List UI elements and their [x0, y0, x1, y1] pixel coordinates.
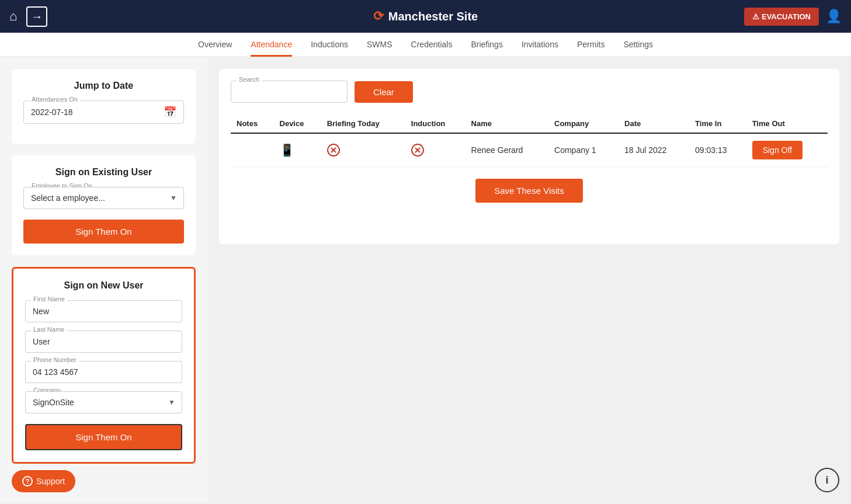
sign-them-on-new-button[interactable]: Sign Them On [25, 424, 182, 450]
nav-attendance[interactable]: Attendance [251, 40, 292, 57]
cell-name: Renee Gerard [466, 133, 548, 167]
support-button[interactable]: ? Support [12, 470, 75, 492]
site-name: Manchester Site [388, 10, 478, 23]
mobile-device-icon: 📱 [280, 144, 294, 157]
first-name-field: First Name New [25, 300, 182, 322]
home-icon[interactable]: ⌂ [9, 9, 17, 24]
col-briefing-today: Briefing Today [321, 114, 405, 133]
table-row: 📱 Renee Gerard Company 1 18 Jul 2022 09:… [231, 133, 828, 167]
company-select[interactable]: SignOnSite [25, 391, 182, 413]
nav-inductions[interactable]: Inductions [311, 40, 348, 57]
table-body: 📱 Renee Gerard Company 1 18 Jul 2022 09:… [231, 133, 828, 167]
nav-invitations[interactable]: Invitations [522, 40, 558, 57]
cell-time-in: 09:03:13 [689, 133, 746, 167]
attendance-card: Search Clear Notes Device Briefing Today… [219, 69, 839, 244]
col-time-in: Time In [689, 114, 746, 133]
top-bar-right: ⚠ EVACUATION 👤 [744, 8, 842, 26]
evacuation-button[interactable]: ⚠ EVACUATION [744, 8, 819, 26]
attendances-on-label: Attendances On [29, 96, 80, 103]
phone-input[interactable]: 04 123 4567 [25, 361, 182, 383]
top-bar-left: ⌂ → [9, 6, 47, 27]
col-device: Device [274, 114, 321, 133]
clear-button[interactable]: Clear [355, 81, 413, 103]
info-button[interactable]: i [815, 468, 839, 492]
cell-notes [231, 133, 274, 167]
last-name-label: Last Name [31, 326, 67, 333]
content-area: Search Clear Notes Device Briefing Today… [207, 57, 851, 502]
calendar-icon[interactable]: 📅 [164, 106, 176, 119]
employee-select[interactable]: Select a employee... [23, 187, 184, 209]
employee-field: Employee to Sign On Select a employee...… [23, 187, 184, 209]
sidebar: Jump to Date Attendances On 2022-07-18 📅… [0, 57, 207, 502]
nav-settings[interactable]: Settings [623, 40, 653, 57]
company-field: Company SignOnSite ▼ [25, 391, 182, 413]
phone-label: Phone Number [31, 356, 79, 363]
cell-date: 18 Jul 2022 [619, 133, 689, 167]
sign-on-new-section: Sign on New User First Name New Last Nam… [12, 267, 196, 464]
cell-time-out[interactable]: Sign Off [746, 133, 828, 167]
briefing-x-icon [327, 144, 340, 157]
company-select-wrapper: SignOnSite ▼ [25, 391, 182, 413]
info-icon: i [825, 474, 828, 486]
col-company: Company [548, 114, 619, 133]
jump-to-date-section: Jump to Date Attendances On 2022-07-18 📅 [12, 69, 196, 144]
first-name-label: First Name [31, 296, 67, 303]
save-visits-row: Save These Visits [231, 179, 828, 203]
employee-select-wrapper: Select a employee... ▼ [23, 187, 184, 209]
nav-overview[interactable]: Overview [198, 40, 232, 57]
search-input[interactable] [231, 81, 348, 103]
attendance-table: Notes Device Briefing Today Induction Na… [231, 114, 828, 167]
attendances-on-input[interactable]: 2022-07-18 [31, 107, 164, 117]
sign-off-button[interactable]: Sign Off [752, 141, 803, 159]
site-title: ⟳ Manchester Site [373, 9, 478, 24]
search-label: Search [237, 76, 262, 83]
last-name-input[interactable]: User [25, 331, 182, 353]
col-notes: Notes [231, 114, 274, 133]
secondary-nav: Overview Attendance Inductions SWMS Cred… [0, 33, 851, 57]
col-name: Name [466, 114, 548, 133]
col-date: Date [619, 114, 689, 133]
search-row: Search Clear [231, 81, 828, 103]
cell-induction [405, 133, 466, 167]
support-label: Support [36, 477, 65, 486]
nav-briefings[interactable]: Briefings [471, 40, 502, 57]
sign-them-on-existing-button[interactable]: Sign Them On [23, 220, 184, 244]
support-circle-icon: ? [22, 476, 33, 486]
sign-on-new-title: Sign on New User [25, 280, 182, 291]
nav-permits[interactable]: Permits [577, 40, 605, 57]
save-visits-button[interactable]: Save These Visits [475, 179, 583, 203]
sign-on-existing-title: Sign on Existing User [23, 167, 184, 178]
user-icon[interactable]: 👤 [826, 9, 842, 24]
cell-company: Company 1 [548, 133, 619, 167]
last-name-field: Last Name User [25, 331, 182, 353]
logout-icon[interactable]: → [26, 6, 47, 27]
table-header: Notes Device Briefing Today Induction Na… [231, 114, 828, 133]
phone-field: Phone Number 04 123 4567 [25, 361, 182, 383]
nav-credentials[interactable]: Credentials [411, 40, 453, 57]
site-logo-icon: ⟳ [373, 9, 384, 24]
sign-on-existing-section: Sign on Existing User Employee to Sign O… [12, 155, 196, 255]
jump-to-date-title: Jump to Date [23, 81, 184, 91]
top-bar: ⌂ → ⟳ Manchester Site ⚠ EVACUATION 👤 [0, 0, 851, 33]
first-name-input[interactable]: New [25, 300, 182, 322]
col-time-out: Time Out [746, 114, 828, 133]
main-layout: Jump to Date Attendances On 2022-07-18 📅… [0, 57, 851, 502]
cell-device: 📱 [274, 133, 321, 167]
cell-briefing-today [321, 133, 405, 167]
induction-x-icon [411, 144, 424, 157]
nav-swms[interactable]: SWMS [367, 40, 392, 57]
attendances-on-field: Attendances On 2022-07-18 📅 [23, 100, 184, 124]
search-group: Search [231, 81, 348, 103]
col-induction: Induction [405, 114, 466, 133]
